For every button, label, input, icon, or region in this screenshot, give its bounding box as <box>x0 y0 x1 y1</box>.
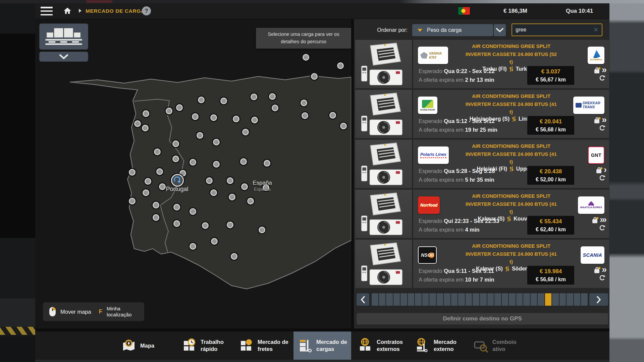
sort-dropdown-chevron[interactable] <box>494 24 506 36</box>
cargo-thumbnail[interactable] <box>355 140 412 188</box>
pagination-block[interactable] <box>487 293 494 306</box>
city-marker[interactable] <box>154 148 161 155</box>
nav-trabalho-rapido[interactable]: Trabalho rápido <box>178 331 235 360</box>
clear-search-icon[interactable]: ✕ <box>590 26 602 34</box>
city-marker[interactable] <box>247 198 254 204</box>
nav-mapa[interactable]: Mapa <box>117 331 175 360</box>
city-marker[interactable] <box>197 132 203 139</box>
pagination-block-active[interactable] <box>545 293 552 306</box>
city-marker[interactable] <box>251 94 257 100</box>
city-marker[interactable] <box>302 112 308 119</box>
pagination-block[interactable] <box>466 293 472 306</box>
city-marker[interactable] <box>211 238 218 245</box>
cargo-offer-row[interactable]: KONSTNOR DREKKAR TRANS AIR CONDITIONING … <box>355 90 609 138</box>
city-marker[interactable] <box>210 114 217 121</box>
pagination-next-button[interactable] <box>589 293 608 306</box>
city-marker[interactable] <box>242 129 249 135</box>
pagination-block[interactable] <box>480 293 487 306</box>
city-marker[interactable] <box>231 253 237 260</box>
city-marker[interactable] <box>233 116 239 122</box>
pagination-block[interactable] <box>408 293 415 306</box>
pagination-block[interactable] <box>429 293 436 306</box>
city-marker[interactable] <box>153 214 159 221</box>
city-marker[interactable] <box>240 158 247 165</box>
city-marker[interactable] <box>311 73 318 80</box>
city-marker[interactable] <box>176 104 183 111</box>
nav-comboio-ativo[interactable]: Comboio ativo <box>470 331 527 360</box>
city-marker[interactable] <box>173 204 180 210</box>
pagination-block[interactable] <box>559 293 566 306</box>
cargo-offer-content[interactable]: KONSTNOR DREKKAR TRANS AIR CONDITIONING … <box>413 90 609 138</box>
cargo-offer-row[interactable]: Polaris Lines GNT AIR CONDITIONING GREE … <box>355 140 609 188</box>
pagination-block[interactable] <box>473 293 479 306</box>
city-marker[interactable] <box>134 120 141 127</box>
city-marker[interactable] <box>198 97 205 103</box>
cargo-thumbnail[interactable] <box>355 190 412 238</box>
city-marker[interactable] <box>206 177 213 184</box>
pagination-block[interactable] <box>458 293 465 306</box>
city-marker[interactable] <box>190 243 196 250</box>
city-marker[interactable] <box>301 100 307 106</box>
city-marker[interactable] <box>190 159 196 166</box>
city-marker[interactable] <box>227 222 233 228</box>
nav-contratos-externos[interactable]: Contratos externos <box>354 331 412 360</box>
city-marker[interactable] <box>166 108 172 114</box>
city-marker[interactable] <box>202 222 209 229</box>
pagination-block[interactable] <box>552 293 559 306</box>
cargo-offer-content[interactable]: Polaris Lines GNT AIR CONDITIONING GREE … <box>413 140 609 188</box>
city-marker[interactable] <box>145 178 151 185</box>
help-icon[interactable]: ? <box>142 6 151 15</box>
city-marker[interactable] <box>213 139 220 145</box>
pagination-block[interactable] <box>516 293 523 306</box>
pagination-block[interactable] <box>422 293 429 306</box>
city-marker[interactable] <box>264 160 270 167</box>
pagination-prev-button[interactable] <box>357 293 369 306</box>
cargo-thumbnail[interactable] <box>355 40 412 88</box>
city-marker[interactable] <box>220 98 227 104</box>
nav-mercado-de-fretes[interactable]: Mercado de fretes <box>235 331 292 360</box>
cargo-offer-row[interactable]: NSOil SCANIA AIR CONDITIONING GREE SPLIT… <box>355 240 609 288</box>
pagination-block[interactable] <box>502 293 508 306</box>
cargo-filter-button[interactable] <box>39 23 88 50</box>
pagination-block[interactable] <box>393 293 400 306</box>
cargo-offer-row[interactable]: VANHA KIVI AeroBaltica AIR CONDITIONING … <box>355 40 609 88</box>
cargo-offer-content[interactable]: Norrfood MAATILA EGRES AIR CONDITIONING … <box>413 190 609 238</box>
pagination-block[interactable] <box>444 293 450 306</box>
pagination-block[interactable] <box>451 293 458 306</box>
menu-icon[interactable] <box>41 7 53 15</box>
city-marker[interactable] <box>190 208 196 215</box>
cargo-offer-content[interactable]: NSOil SCANIA AIR CONDITIONING GREE SPLIT… <box>413 240 609 288</box>
pagination-block[interactable] <box>567 293 573 306</box>
city-marker[interactable] <box>303 54 309 61</box>
pagination-block[interactable] <box>574 293 581 306</box>
pagination-block[interactable] <box>581 293 588 306</box>
city-marker[interactable] <box>272 105 278 111</box>
city-marker[interactable] <box>269 93 276 100</box>
home-icon[interactable] <box>62 6 73 16</box>
city-marker[interactable] <box>156 168 163 175</box>
city-marker[interactable] <box>173 220 180 227</box>
city-marker[interactable] <box>192 113 199 120</box>
pagination-block[interactable] <box>531 293 537 306</box>
pagination-block[interactable] <box>437 293 443 306</box>
city-marker[interactable] <box>337 62 344 69</box>
city-marker[interactable] <box>213 161 220 168</box>
city-marker[interactable] <box>259 227 265 233</box>
pagination-block[interactable] <box>538 293 544 306</box>
city-marker[interactable] <box>251 117 258 123</box>
pagination-block[interactable] <box>400 293 407 306</box>
sort-dropdown[interactable]: Peso da carga <box>412 24 493 36</box>
pagination-block[interactable] <box>415 293 422 306</box>
cargo-offer-row[interactable]: Norrfood MAATILA EGRES AIR CONDITIONING … <box>355 190 609 238</box>
set-gps-destination-button[interactable]: Definir como destino no GPS <box>357 313 608 324</box>
map-panel[interactable]: Portugal España Espanha Selecione uma ca… <box>35 19 351 328</box>
city-marker[interactable] <box>210 189 217 196</box>
pagination-block[interactable] <box>379 293 386 306</box>
collapse-panel-button[interactable] <box>39 52 88 62</box>
nav-mercado-de-cargas[interactable]: Mercado de cargas <box>293 331 351 360</box>
pagination-block[interactable] <box>372 293 378 306</box>
nav-mercado-externo[interactable]: Mercado externo <box>411 331 469 360</box>
player-location-marker[interactable] <box>171 174 184 187</box>
city-marker[interactable] <box>227 177 233 184</box>
cargo-thumbnail[interactable] <box>355 90 412 138</box>
